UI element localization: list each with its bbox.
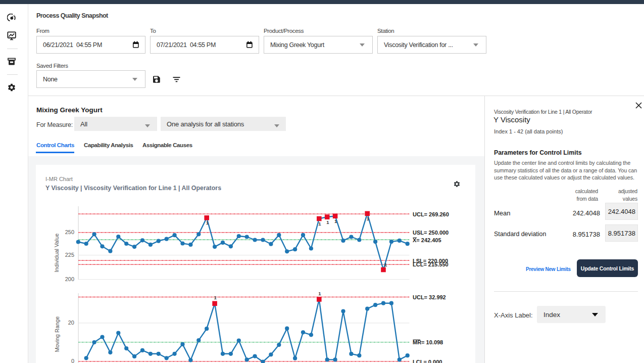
svg-text:UCL= 32.992: UCL= 32.992 <box>413 294 446 300</box>
svg-text:200: 200 <box>65 276 74 282</box>
svg-text:UCL= 269.260: UCL= 269.260 <box>413 211 449 217</box>
svg-text:225: 225 <box>65 252 74 258</box>
svg-text:1: 1 <box>206 220 209 225</box>
svg-text:LCL= 215.550: LCL= 215.550 <box>413 261 449 267</box>
svg-text:Moving Range: Moving Range <box>54 316 60 352</box>
svg-text:X= 242.405: X= 242.405 <box>413 237 441 243</box>
svg-text:1: 1 <box>326 219 329 225</box>
svg-text:250: 250 <box>65 229 74 235</box>
svg-text:MR= 10.098: MR= 10.098 <box>413 339 443 345</box>
svg-text:LCL= 0.000: LCL= 0.000 <box>413 359 442 363</box>
svg-text:0: 0 <box>71 358 74 363</box>
svg-text:1: 1 <box>214 295 217 300</box>
svg-text:I-MR Chart: I-MR Chart <box>45 176 73 182</box>
svg-text:1: 1 <box>318 291 321 296</box>
svg-text:1: 1 <box>318 221 321 226</box>
svg-text:1: 1 <box>334 218 337 224</box>
svg-text:Y Viscosity | Viscosity Verifi: Y Viscosity | Viscosity Verification for… <box>45 185 221 192</box>
svg-text:1: 1 <box>367 216 370 221</box>
svg-text:USL= 250.000: USL= 250.000 <box>413 230 449 236</box>
svg-text:20: 20 <box>68 320 74 326</box>
svg-text:1: 1 <box>384 262 387 267</box>
svg-text:Individual Value: Individual Value <box>54 234 60 273</box>
